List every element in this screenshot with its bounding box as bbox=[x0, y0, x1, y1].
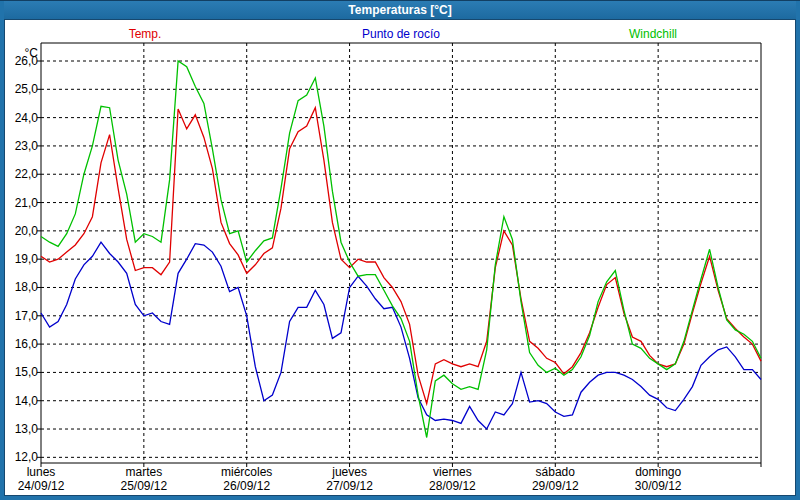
day-name: miércoles bbox=[202, 465, 292, 479]
day-date: 26/09/12 bbox=[202, 479, 292, 493]
day-date: 25/09/12 bbox=[99, 479, 189, 493]
x-day-label: viernes28/09/12 bbox=[407, 465, 497, 493]
title-bar: Temperaturas [°C] bbox=[4, 1, 796, 19]
day-name: lunes bbox=[4, 465, 86, 479]
x-day-label: lunes24/09/12 bbox=[4, 465, 86, 493]
x-day-label: jueves27/09/12 bbox=[305, 465, 395, 493]
day-date: 28/09/12 bbox=[407, 479, 497, 493]
day-name: domingo bbox=[613, 465, 703, 479]
day-name: viernes bbox=[407, 465, 497, 479]
x-day-label: martes25/09/12 bbox=[99, 465, 189, 493]
day-name: sábado bbox=[510, 465, 600, 479]
x-day-label: domingo30/09/12 bbox=[613, 465, 703, 493]
x-day-label: sábado29/09/12 bbox=[510, 465, 600, 493]
series-line-temp- bbox=[41, 108, 761, 404]
day-date: 27/09/12 bbox=[305, 479, 395, 493]
window-title: Temperaturas [°C] bbox=[348, 3, 451, 17]
chart-panel: Temp.Punto de rocíoWindchill °C 26,025,0… bbox=[4, 19, 796, 496]
app-window: Temperaturas [°C] Temp.Punto de rocíoWin… bbox=[0, 0, 800, 500]
day-date: 29/09/12 bbox=[510, 479, 600, 493]
temperature-chart bbox=[5, 20, 796, 496]
day-date: 24/09/12 bbox=[4, 479, 86, 493]
day-name: jueves bbox=[305, 465, 395, 479]
day-name: martes bbox=[99, 465, 189, 479]
day-date: 30/09/12 bbox=[613, 479, 703, 493]
x-day-label: miércoles26/09/12 bbox=[202, 465, 292, 493]
